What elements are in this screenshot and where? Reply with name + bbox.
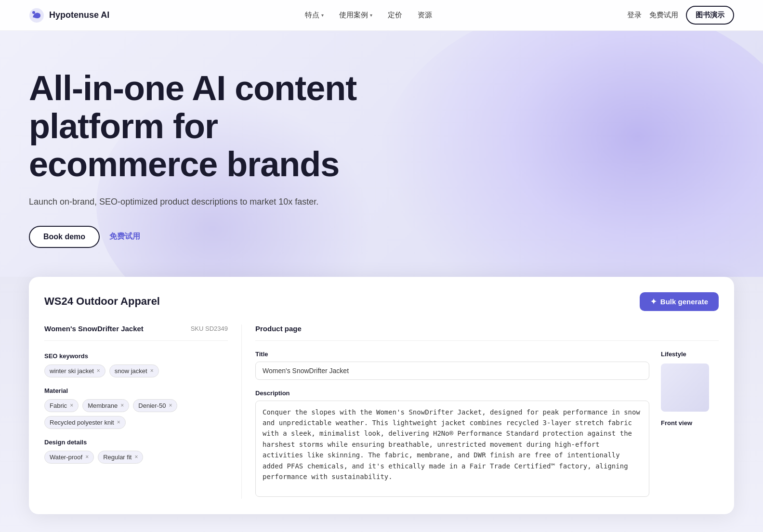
nav-right: 登录 免费试用 图书演示 xyxy=(627,6,734,25)
tag-close-icon[interactable]: × xyxy=(97,367,100,374)
panel-right: Product page Title Description Conquer t… xyxy=(242,324,719,499)
logo-icon xyxy=(29,8,44,23)
hero-content: All-in-one AI content platform for ecomm… xyxy=(29,69,366,248)
tag-label: Fabric xyxy=(50,402,67,409)
nav-item-pricing[interactable]: 定价 xyxy=(388,11,402,20)
panel-header: WS24 Outdoor Apparel ✦ Bulk generate xyxy=(44,292,719,311)
product-header: Women's SnowDrifter Jacket SKU SD2349 xyxy=(44,324,228,341)
title-input[interactable] xyxy=(255,362,649,380)
tag-water-proof[interactable]: Water-proof × xyxy=(44,451,94,464)
hero-blob-decoration xyxy=(378,31,763,277)
tag-label: Recycled polyester knit xyxy=(50,419,114,426)
hero-buttons: Book demo 免费试用 xyxy=(29,226,366,248)
front-view-label: Front view xyxy=(661,419,719,427)
free-trial-hero-button[interactable]: 免费试用 xyxy=(109,232,140,242)
panel-section: WS24 Outdoor Apparel ✦ Bulk generate Wom… xyxy=(0,277,763,532)
chevron-down-icon: ▾ xyxy=(370,13,372,18)
material-label: Material xyxy=(44,387,228,394)
tag-label: Regular fit xyxy=(103,454,132,461)
tag-label: winter ski jacket xyxy=(50,367,94,375)
chevron-down-icon: ▾ xyxy=(321,13,324,18)
tag-membrane[interactable]: Membrane × xyxy=(82,399,129,412)
right-columns: Title Description Conquer the slopes wit… xyxy=(255,350,719,499)
tag-snow-jacket[interactable]: snow jacket × xyxy=(109,364,159,377)
bulk-generate-button[interactable]: ✦ Bulk generate xyxy=(640,292,719,311)
hero-section: All-in-one AI content platform for ecomm… xyxy=(0,31,763,277)
right-sidebar: Lifestyle Front view xyxy=(661,350,719,499)
book-demo-nav-button[interactable]: 图书演示 xyxy=(686,6,734,25)
nav-item-features[interactable]: 特点 ▾ xyxy=(305,11,324,20)
tag-close-icon[interactable]: × xyxy=(70,402,73,409)
title-field-label: Title xyxy=(255,350,649,358)
tag-close-icon[interactable]: × xyxy=(134,454,138,460)
tag-fabric[interactable]: Fabric × xyxy=(44,399,79,412)
product-name: Women's SnowDrifter Jacket xyxy=(44,324,144,333)
logo[interactable]: Hypotenuse AI xyxy=(29,8,109,23)
login-button[interactable]: 登录 xyxy=(627,11,642,20)
nav-item-resources[interactable]: 资源 xyxy=(418,11,432,20)
logo-text: Hypotenuse AI xyxy=(49,10,109,20)
seo-keywords-label: SEO keywords xyxy=(44,352,228,360)
panel-title: WS24 Outdoor Apparel xyxy=(44,295,160,308)
material-tags-row: Fabric × Membrane × Denier-50 × Recycled… xyxy=(44,399,228,429)
right-main: Title Description Conquer the slopes wit… xyxy=(255,350,649,499)
hero-title: All-in-one AI content platform for ecomm… xyxy=(29,69,366,184)
product-page-label: Product page xyxy=(255,324,719,341)
tag-close-icon[interactable]: × xyxy=(120,402,124,409)
nav-item-usecases[interactable]: 使用案例 ▾ xyxy=(339,11,372,20)
description-field-label: Description xyxy=(255,389,649,397)
tag-close-icon[interactable]: × xyxy=(117,419,120,426)
navbar: Hypotenuse AI 特点 ▾ 使用案例 ▾ 定价 资源 登录 免费试用 … xyxy=(0,0,763,31)
tag-close-icon[interactable]: × xyxy=(169,402,172,409)
panel-left: Women's SnowDrifter Jacket SKU SD2349 SE… xyxy=(44,324,242,499)
tag-label: Denier-50 xyxy=(138,402,166,409)
seo-tags-row: winter ski jacket × snow jacket × xyxy=(44,364,228,377)
hero-subtitle: Launch on-brand, SEO-optimized product d… xyxy=(29,195,366,208)
design-details-label: Design details xyxy=(44,439,228,446)
tag-label: Water-proof xyxy=(50,454,82,461)
bulk-generate-label: Bulk generate xyxy=(660,298,708,306)
lifestyle-image-placeholder xyxy=(661,363,709,412)
tag-winter-ski-jacket[interactable]: winter ski jacket × xyxy=(44,364,105,377)
tag-recycled-polyester-knit[interactable]: Recycled polyester knit × xyxy=(44,416,126,429)
tag-regular-fit[interactable]: Regular fit × xyxy=(98,451,143,464)
tag-denier-50[interactable]: Denier-50 × xyxy=(133,399,177,412)
free-trial-button[interactable]: 免费试用 xyxy=(649,11,678,20)
tag-label: Membrane xyxy=(88,402,118,409)
description-textarea[interactable]: Conquer the slopes with the Women's Snow… xyxy=(255,401,649,497)
tag-close-icon[interactable]: × xyxy=(85,454,89,460)
nav-center: 特点 ▾ 使用案例 ▾ 定价 资源 xyxy=(305,11,432,20)
tag-label: snow jacket xyxy=(115,367,147,375)
sparkle-icon: ✦ xyxy=(650,297,657,306)
lifestyle-label: Lifestyle xyxy=(661,350,719,358)
tag-close-icon[interactable]: × xyxy=(150,367,154,374)
design-tags-row: Water-proof × Regular fit × xyxy=(44,451,228,464)
product-panel: WS24 Outdoor Apparel ✦ Bulk generate Wom… xyxy=(29,277,734,514)
panel-body: Women's SnowDrifter Jacket SKU SD2349 SE… xyxy=(44,324,719,499)
book-demo-button[interactable]: Book demo xyxy=(29,226,100,248)
product-sku: SKU SD2349 xyxy=(191,325,228,332)
svg-point-1 xyxy=(32,11,35,14)
